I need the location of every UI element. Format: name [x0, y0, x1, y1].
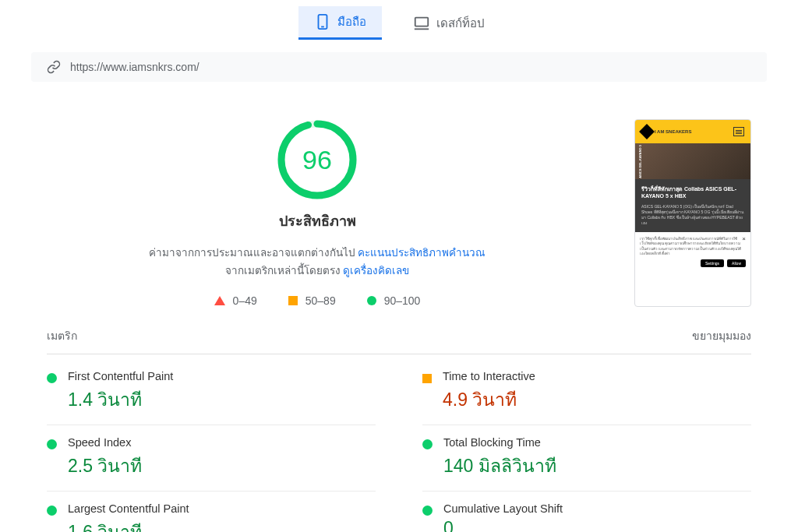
preview-hero-image: ASICS GEL-KAYANO 5: [635, 143, 750, 179]
metrics-grid: First Contentful Paint1.4 วินาทีTime to …: [0, 359, 798, 532]
preview-settings-button: Settings: [701, 259, 724, 267]
metric-label: Largest Contentful Paint: [68, 502, 376, 515]
url-bar[interactable]: https://www.iamsnkrs.com/: [31, 52, 767, 82]
square-icon: [288, 296, 298, 305]
performance-score: 96: [302, 145, 332, 175]
link-icon: [47, 60, 61, 74]
legend-pass-label: 90–100: [384, 294, 421, 307]
performance-title: ประสิทธิภาพ: [279, 210, 356, 232]
preview-article-title: รีวิวก็ที่สีหักเกาสุด Collabs ASICS GEL-…: [641, 185, 744, 199]
metric-item[interactable]: Total Blocking Time140 มิลลิวินาที: [422, 425, 751, 491]
metric-item[interactable]: Time to Interactive4.9 วินาที: [422, 359, 751, 425]
circle-icon: [422, 439, 433, 449]
preview-article-text: ASICS GEL-KAYANO 5 (OG) เป็นหนึ่งในสนีกเ…: [641, 204, 744, 226]
link-score-calc[interactable]: คะแนนประสิทธิภาพคำนวณ: [358, 247, 486, 259]
preview-logo-icon: [639, 124, 655, 139]
expand-view-link[interactable]: ขยายมุมมอง: [692, 327, 751, 344]
metric-value: 0: [443, 518, 751, 532]
metric-label: First Contentful Paint: [68, 370, 376, 382]
metric-label: Total Blocking Time: [443, 436, 751, 449]
square-icon: [422, 374, 432, 383]
preview-logo: I AM SNEAKERS: [641, 126, 691, 137]
metric-value: 1.4 วินาที: [68, 386, 376, 414]
close-icon: ×: [742, 235, 746, 242]
desktop-icon: [413, 15, 430, 32]
circle-icon: [47, 439, 57, 449]
score-legend: 0–49 50–89 90–100: [214, 294, 421, 307]
preview-cookie-banner: × เราใช้คุกกี้เพื่อพัฒนาประสิทธิภาพ และป…: [635, 232, 750, 272]
legend-fail-label: 0–49: [233, 294, 257, 307]
preview-header: I AM SNEAKERS: [635, 120, 750, 143]
desc-mid: จากเมตริกเหล่านี้โดยตรง: [225, 265, 344, 277]
triangle-icon: [214, 296, 225, 305]
preview-cookie-text: เราใช้คุกกี้เพื่อพัฒนาประสิทธิภาพ และประ…: [640, 237, 746, 256]
metric-item[interactable]: Cumulative Layout Shift0: [422, 491, 751, 532]
metric-item[interactable]: First Contentful Paint1.4 วินาที: [47, 359, 376, 425]
metric-item[interactable]: Speed Index2.5 วินาที: [47, 425, 376, 491]
performance-description: ค่ามาจากการประมาณและอาจแตกต่างกันไป คะแน…: [142, 245, 493, 280]
legend-pass: 90–100: [367, 294, 421, 307]
metric-value: 4.9 วินาที: [443, 386, 751, 414]
metrics-header: เมตริก ขยายมุมมอง: [0, 322, 798, 349]
circle-icon: [367, 296, 376, 305]
metric-label: Time to Interactive: [443, 370, 751, 382]
metric-value: 140 มิลลิวินาที: [443, 452, 751, 480]
metric-item[interactable]: Largest Contentful Paint1.6 วินาที: [47, 491, 376, 532]
circle-icon: [422, 506, 433, 516]
device-tabs: มือถือ เดสก์ท็อป: [0, 0, 798, 46]
legend-fail: 0–49: [214, 294, 257, 307]
legend-avg-label: 50–89: [305, 294, 336, 307]
hamburger-icon: [733, 127, 744, 136]
legend-average: 50–89: [288, 294, 336, 307]
metric-value: 2.5 วินาที: [68, 452, 376, 480]
mobile-icon: [314, 13, 331, 30]
site-preview: I AM SNEAKERS ASICS GEL-KAYANO 5 รีวิวก็…: [634, 119, 751, 307]
metric-value: 1.6 วินาที: [68, 518, 376, 532]
tab-mobile-label: มือถือ: [337, 12, 366, 31]
url-text: https://www.iamsnkrs.com/: [70, 61, 200, 73]
desc-prefix: ค่ามาจากการประมาณและอาจแตกต่างกันไป: [149, 247, 358, 259]
svg-rect-2: [415, 17, 428, 26]
metric-label: Speed Index: [68, 436, 376, 449]
tab-mobile[interactable]: มือถือ: [298, 6, 382, 40]
divider: [47, 354, 751, 354]
link-calculator[interactable]: ดูเครื่องคิดเลข: [343, 265, 409, 277]
preview-body: รีวิวก็ที่สีหักเกาสุด Collabs ASICS GEL-…: [635, 179, 750, 232]
preview-brand: I AM SNEAKERS: [655, 129, 691, 134]
circle-icon: [47, 373, 57, 383]
circle-icon: [47, 506, 57, 516]
preview-allow-button: Allow: [727, 259, 746, 267]
metrics-title: เมตริก: [47, 327, 77, 344]
preview-image-label: ASICS GEL-KAYANO 5: [638, 145, 642, 178]
tab-desktop[interactable]: เดสก์ท็อป: [397, 6, 500, 40]
metric-label: Cumulative Layout Shift: [443, 502, 751, 515]
tab-desktop-label: เดสก์ท็อป: [436, 14, 485, 33]
performance-gauge: 96: [277, 119, 358, 200]
